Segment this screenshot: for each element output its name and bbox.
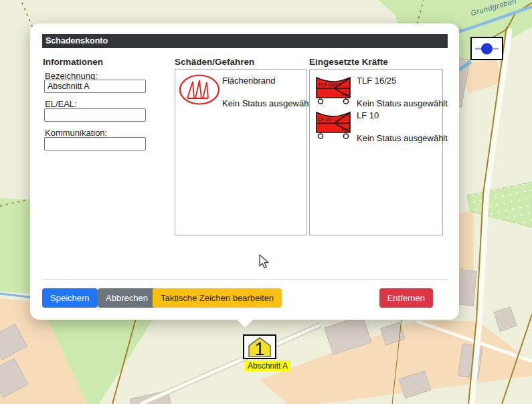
schadenskonto-dialog: Schadenskonto Informationen Bezeichnung:…	[30, 23, 459, 320]
vehicle-symbol-org: Fw	[342, 92, 349, 97]
info-section-heading: Informationen	[43, 57, 103, 67]
map-marker-label: Abschnitt A	[245, 361, 290, 371]
force-item-tlf[interactable]: TLF 16/25 Fw TLF 16/25 Kein Status ausge…	[310, 72, 442, 106]
kommunikation-label: Kommunikation:	[45, 128, 107, 138]
map-point-on-line-tool-button[interactable]	[470, 37, 503, 60]
damages-section-heading: Schäden/Gefahren	[175, 57, 254, 67]
fire-vehicle-icon: LF 10 Fw	[315, 108, 353, 140]
save-button[interactable]: Speichern	[42, 288, 98, 308]
marker-number: 1	[254, 339, 264, 358]
flaechenbrand-icon	[178, 74, 221, 106]
app-viewport: Grundgraben 1 Abschnitt A Schadenskonto …	[0, 0, 532, 404]
vehicle-symbol-text: TLF 16/25	[318, 82, 341, 88]
dialog-footer: Speichern Abbrechen Taktische Zeichen be…	[42, 288, 448, 308]
damage-item-flaechenbrand[interactable]: Flächenbrand Kein Status ausgewählt	[175, 72, 306, 107]
map-marker-abschnitt[interactable]: 1	[243, 334, 276, 359]
point-on-line-icon	[472, 39, 501, 59]
kommunikation-input[interactable]	[44, 137, 146, 150]
cancel-button[interactable]: Abbrechen	[98, 288, 156, 308]
forces-section-heading: Eingesetzte Kräfte	[309, 57, 388, 67]
damage-status: Kein Status ausgewählt	[222, 98, 313, 108]
remove-button[interactable]: Entfernen	[379, 288, 433, 308]
vehicle-symbol-org: Fw	[342, 127, 349, 132]
force-name: TLF 16/25	[357, 76, 396, 86]
footer-divider	[42, 279, 448, 280]
el-eal-input[interactable]	[44, 108, 146, 122]
force-name: LF 10	[357, 110, 379, 120]
vehicle-symbol-text: LF 10	[318, 116, 331, 122]
force-item-lf[interactable]: LF 10 Fw LF 10 Kein Status ausgewählt	[310, 107, 442, 140]
bezeichnung-input[interactable]	[44, 80, 146, 93]
force-status: Kein Status ausgewählt	[357, 133, 448, 143]
damage-name: Flächenbrand	[222, 76, 276, 86]
fire-vehicle-icon: TLF 16/25 Fw	[315, 74, 353, 105]
el-eal-label: EL/EAL:	[45, 99, 77, 109]
damages-list: Flächenbrand Kein Status ausgewählt	[175, 69, 307, 235]
edit-tactical-signs-button[interactable]: Taktische Zeichen bearbeiten	[153, 288, 282, 308]
section-marker-icon: 1	[245, 336, 275, 358]
forces-list: TLF 16/25 Fw TLF 16/25 Kein Status ausge…	[309, 69, 443, 235]
dialog-title: Schadenskonto	[42, 34, 448, 48]
